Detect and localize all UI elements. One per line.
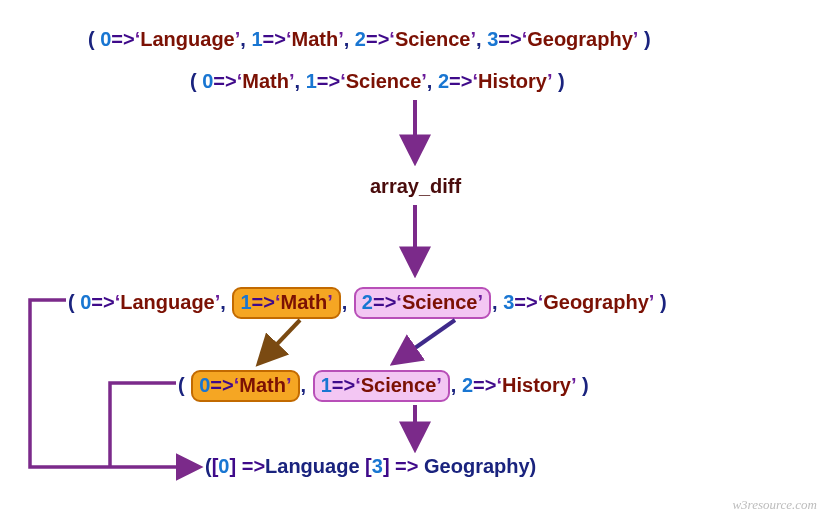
array2-key-2: 2 xyxy=(438,70,449,92)
quote: ’ xyxy=(571,374,577,396)
array1-val-1: Math xyxy=(291,28,338,50)
comma: , xyxy=(220,291,226,313)
array1-val-3: Geography xyxy=(527,28,633,50)
fat-arrow: => xyxy=(514,291,537,313)
result-val-1: Geography xyxy=(424,455,530,477)
paren-close: ) xyxy=(660,291,667,313)
paren-close: ) xyxy=(530,455,537,477)
side-connector-arrow-icon xyxy=(30,300,198,467)
array2-row: ( 0=>‘Math’, 1=>‘Science’, 2=>‘History’ … xyxy=(190,70,565,93)
paren-open: ( xyxy=(88,28,95,50)
paren-open: ( xyxy=(205,455,212,477)
quote: ’ xyxy=(649,291,655,313)
match-arrow-pink-icon xyxy=(395,320,455,362)
quote: ’ xyxy=(477,291,483,313)
comma: , xyxy=(295,70,301,92)
side-connector-branch-icon xyxy=(110,383,176,467)
array2-key-1: 1 xyxy=(306,70,317,92)
result-key-1: 3 xyxy=(372,455,383,477)
quote: ’ xyxy=(547,70,553,92)
fat-arrow: => xyxy=(242,455,265,477)
paren-close: ) xyxy=(582,374,589,396)
fat-arrow: => xyxy=(317,70,340,92)
quote: ’ xyxy=(633,28,639,50)
array1-row: ( 0=>‘Language’, 1=>‘Math’, 2=>‘Science’… xyxy=(88,28,651,51)
fat-arrow: => xyxy=(449,70,472,92)
array1-key-2: 2 xyxy=(355,28,366,50)
middle-array1-row: ( 0=>‘Language’, 1=>‘Math’ , 2=>‘Science… xyxy=(68,287,667,319)
mid2-val-1: Science xyxy=(361,374,437,396)
fat-arrow: => xyxy=(373,291,396,313)
fat-arrow: => xyxy=(213,70,236,92)
paren-open: ( xyxy=(190,70,197,92)
fat-arrow: => xyxy=(473,374,496,396)
comma: , xyxy=(451,374,457,396)
quote: ’ xyxy=(327,291,333,313)
mid2-key-0: 0 xyxy=(199,374,210,396)
paren-open: ( xyxy=(178,374,185,396)
comma: , xyxy=(492,291,498,313)
mid2-key-2: 2 xyxy=(462,374,473,396)
highlight-orange-pill: 1=>‘Math’ xyxy=(232,287,340,319)
mid1-val-0: Language xyxy=(120,291,214,313)
quote: ’ xyxy=(436,374,442,396)
result-key-0: 0 xyxy=(218,455,229,477)
fat-arrow: => xyxy=(210,374,233,396)
paren-close: ) xyxy=(558,70,565,92)
comma: , xyxy=(240,28,246,50)
middle-array2-row: ( 0=>‘Math’ , 1=>‘Science’ , 2=>‘History… xyxy=(178,370,589,402)
comma: , xyxy=(344,28,350,50)
bracket: [ xyxy=(365,455,372,477)
quote: ’ xyxy=(286,374,292,396)
fat-arrow: => xyxy=(252,291,275,313)
bracket: ] xyxy=(229,455,236,477)
match-arrow-orange-icon xyxy=(260,320,300,362)
mid1-key-2: 2 xyxy=(362,291,373,313)
array2-val-2: History xyxy=(478,70,547,92)
array1-val-0: Language xyxy=(140,28,234,50)
mid2-key-1: 1 xyxy=(321,374,332,396)
paren-close: ) xyxy=(644,28,651,50)
fat-arrow: => xyxy=(395,455,424,477)
array1-key-1: 1 xyxy=(251,28,262,50)
fat-arrow: => xyxy=(498,28,521,50)
mid1-key-0: 0 xyxy=(80,291,91,313)
array2-val-1: Science xyxy=(346,70,422,92)
fat-arrow: => xyxy=(91,291,114,313)
bracket: ] xyxy=(383,455,390,477)
function-label: array_diff xyxy=(370,175,461,198)
result-val-0: Language xyxy=(265,455,359,477)
mid1-key-1: 1 xyxy=(240,291,251,313)
array2-key-0: 0 xyxy=(202,70,213,92)
comma: , xyxy=(301,374,307,396)
array1-key-3: 3 xyxy=(487,28,498,50)
mid1-val-3: Geography xyxy=(543,291,649,313)
array1-val-2: Science xyxy=(395,28,471,50)
array2-val-0: Math xyxy=(242,70,289,92)
comma: , xyxy=(476,28,482,50)
fat-arrow: => xyxy=(263,28,286,50)
fat-arrow: => xyxy=(332,374,355,396)
array1-key-0: 0 xyxy=(100,28,111,50)
fat-arrow: => xyxy=(366,28,389,50)
mid1-val-2: Science xyxy=(402,291,478,313)
comma: , xyxy=(342,291,348,313)
highlight-orange-pill: 0=>‘Math’ xyxy=(191,370,299,402)
highlight-pink-pill: 2=>‘Science’ xyxy=(354,287,491,319)
fat-arrow: => xyxy=(111,28,134,50)
result-row: ([0] =>Language [3] => Geography) xyxy=(205,455,536,478)
diagram-canvas: ( 0=>‘Language’, 1=>‘Math’, 2=>‘Science’… xyxy=(0,0,831,521)
watermark-text: w3resource.com xyxy=(732,497,817,513)
mid1-key-3: 3 xyxy=(503,291,514,313)
mid2-val-2: History xyxy=(502,374,571,396)
mid2-val-0: Math xyxy=(239,374,286,396)
highlight-pink-pill: 1=>‘Science’ xyxy=(313,370,450,402)
mid1-val-1: Math xyxy=(280,291,327,313)
comma: , xyxy=(427,70,433,92)
paren-open: ( xyxy=(68,291,75,313)
